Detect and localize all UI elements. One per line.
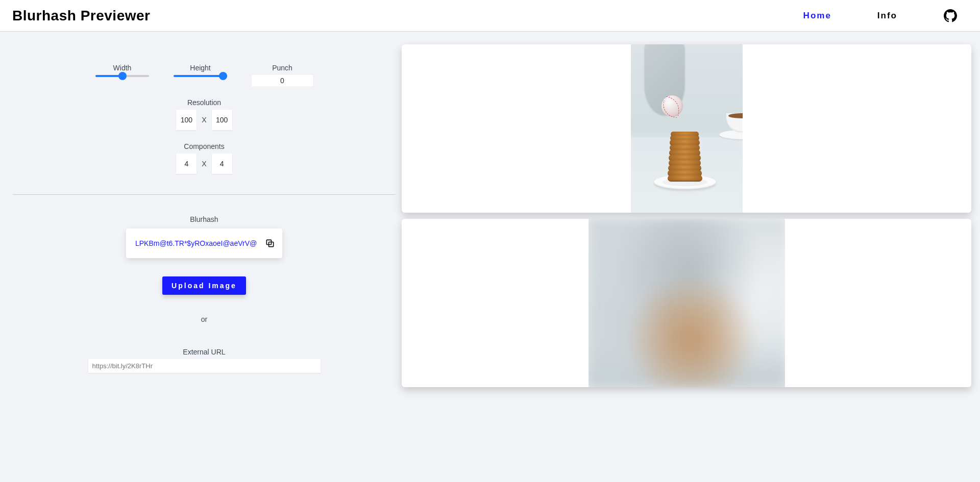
- width-label: Width: [113, 64, 132, 72]
- blurhash-value: LPKBm@t6.TR*$yROxaoeI@aeVrV@: [135, 239, 257, 247]
- resolution-label: Resolution: [187, 98, 221, 107]
- blurhash-section: Blurhash LPKBm@t6.TR*$yROxaoeI@aeVrV@ Up…: [13, 195, 396, 373]
- or-label: or: [201, 315, 207, 323]
- sliders-row: Width Height Punch: [13, 64, 396, 86]
- page-title: Blurhash Previewer: [12, 8, 150, 24]
- width-slider[interactable]: [95, 75, 149, 77]
- blurhash-preview-card: [402, 219, 971, 387]
- external-url-section: External URL: [88, 348, 321, 373]
- blurhash-label: Blurhash: [190, 215, 218, 223]
- nav-home[interactable]: Home: [803, 11, 831, 21]
- components-sep: X: [202, 160, 206, 168]
- resolution-sep: X: [202, 116, 206, 124]
- punch-group: Punch: [252, 64, 313, 86]
- resolution-row: X: [176, 110, 232, 130]
- height-label: Height: [190, 64, 210, 72]
- upload-image-button[interactable]: Upload Image: [162, 276, 246, 295]
- resolution-y-input[interactable]: [212, 110, 232, 130]
- components-x-input[interactable]: [176, 154, 197, 174]
- blurhash-preview: [589, 219, 785, 387]
- external-url-input[interactable]: [88, 359, 321, 373]
- width-slider-group: Width: [95, 64, 149, 86]
- nav-info[interactable]: Info: [877, 11, 897, 21]
- external-url-label: External URL: [183, 348, 225, 356]
- resolution-x-input[interactable]: [176, 110, 197, 130]
- components-y-input[interactable]: [212, 154, 232, 174]
- height-slider-group: Height: [174, 64, 227, 86]
- original-image: [631, 44, 743, 213]
- punch-label: Punch: [272, 64, 292, 72]
- components-section: Components X: [13, 142, 396, 174]
- punch-input[interactable]: [252, 75, 313, 86]
- original-image-card: [402, 44, 971, 213]
- controls-panel: Width Height Punch Resolution X Componen…: [8, 44, 401, 387]
- main: Width Height Punch Resolution X Componen…: [0, 32, 980, 408]
- preview-panel: [401, 44, 972, 387]
- copy-icon[interactable]: [265, 238, 275, 249]
- nav: Home Info: [803, 9, 958, 23]
- blurhash-card: LPKBm@t6.TR*$yROxaoeI@aeVrV@: [126, 229, 282, 258]
- header: Blurhash Previewer Home Info: [0, 0, 980, 32]
- components-label: Components: [184, 142, 224, 150]
- components-row: X: [176, 154, 232, 174]
- github-icon[interactable]: [943, 9, 958, 23]
- resolution-section: Resolution X: [13, 98, 396, 130]
- height-slider[interactable]: [174, 75, 227, 77]
